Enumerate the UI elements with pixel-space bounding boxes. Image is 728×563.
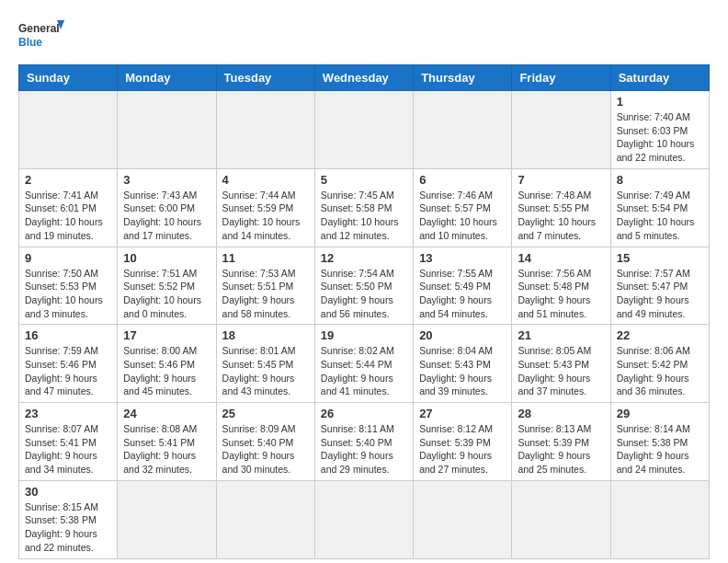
- calendar-day-cell: [610, 480, 709, 558]
- calendar-day-cell: 16Sunrise: 7:59 AM Sunset: 5:46 PM Dayli…: [19, 325, 118, 403]
- day-info: Sunrise: 7:59 AM Sunset: 5:46 PM Dayligh…: [25, 344, 111, 398]
- calendar-day-cell: 5Sunrise: 7:45 AM Sunset: 5:58 PM Daylig…: [314, 168, 413, 247]
- svg-text:General: General: [18, 22, 60, 35]
- day-info: Sunrise: 7:56 AM Sunset: 5:48 PM Dayligh…: [518, 267, 604, 321]
- day-number: 18: [222, 328, 309, 342]
- calendar-day-cell: 21Sunrise: 8:05 AM Sunset: 5:43 PM Dayli…: [512, 325, 610, 403]
- day-number: 4: [222, 173, 309, 187]
- day-info: Sunrise: 8:01 AM Sunset: 5:45 PM Dayligh…: [222, 344, 309, 398]
- calendar-day-cell: 23Sunrise: 8:07 AM Sunset: 5:41 PM Dayli…: [19, 403, 118, 481]
- weekday-header-cell: Thursday: [414, 65, 512, 91]
- calendar-day-cell: [216, 480, 314, 558]
- day-info: Sunrise: 8:00 AM Sunset: 5:46 PM Dayligh…: [123, 344, 210, 398]
- day-number: 14: [518, 251, 604, 265]
- calendar-day-cell: 3Sunrise: 7:43 AM Sunset: 6:00 PM Daylig…: [118, 168, 216, 247]
- calendar-day-cell: [118, 480, 216, 558]
- day-info: Sunrise: 8:09 AM Sunset: 5:40 PM Dayligh…: [222, 422, 309, 477]
- day-number: 15: [617, 251, 703, 265]
- calendar-day-cell: [414, 480, 512, 558]
- calendar-day-cell: 2Sunrise: 7:41 AM Sunset: 6:01 PM Daylig…: [19, 168, 118, 247]
- day-number: 7: [518, 173, 604, 187]
- day-number: 2: [25, 173, 111, 187]
- day-number: 30: [25, 485, 111, 499]
- day-number: 6: [419, 173, 506, 187]
- calendar-day-cell: 18Sunrise: 8:01 AM Sunset: 5:45 PM Dayli…: [216, 325, 314, 403]
- calendar-day-cell: 1Sunrise: 7:40 AM Sunset: 6:03 PM Daylig…: [610, 91, 709, 169]
- day-info: Sunrise: 8:11 AM Sunset: 5:40 PM Dayligh…: [321, 422, 407, 477]
- calendar-day-cell: [314, 91, 413, 169]
- calendar-day-cell: 11Sunrise: 7:53 AM Sunset: 5:51 PM Dayli…: [216, 247, 314, 325]
- weekday-header-cell: Sunday: [19, 65, 118, 91]
- day-info: Sunrise: 8:02 AM Sunset: 5:44 PM Dayligh…: [321, 344, 407, 398]
- day-info: Sunrise: 8:08 AM Sunset: 5:41 PM Dayligh…: [123, 422, 210, 477]
- day-info: Sunrise: 7:51 AM Sunset: 5:52 PM Dayligh…: [123, 267, 210, 321]
- calendar-day-cell: [118, 91, 216, 169]
- day-info: Sunrise: 7:54 AM Sunset: 5:50 PM Dayligh…: [321, 267, 407, 321]
- day-number: 21: [518, 328, 604, 342]
- calendar-day-cell: 30Sunrise: 8:15 AM Sunset: 5:38 PM Dayli…: [19, 480, 118, 558]
- weekday-header: SundayMondayTuesdayWednesdayThursdayFrid…: [19, 65, 710, 91]
- weekday-header-cell: Monday: [118, 65, 216, 91]
- day-number: 1: [617, 95, 703, 109]
- day-info: Sunrise: 8:13 AM Sunset: 5:39 PM Dayligh…: [518, 422, 604, 477]
- day-info: Sunrise: 8:07 AM Sunset: 5:41 PM Dayligh…: [25, 422, 111, 477]
- calendar-day-cell: [512, 91, 610, 169]
- day-info: Sunrise: 7:53 AM Sunset: 5:51 PM Dayligh…: [222, 267, 309, 321]
- calendar-day-cell: 26Sunrise: 8:11 AM Sunset: 5:40 PM Dayli…: [314, 403, 413, 481]
- day-number: 9: [25, 251, 111, 265]
- calendar-day-cell: 24Sunrise: 8:08 AM Sunset: 5:41 PM Dayli…: [118, 403, 216, 481]
- day-number: 20: [419, 328, 506, 342]
- calendar-week-row: 16Sunrise: 7:59 AM Sunset: 5:46 PM Dayli…: [19, 325, 710, 403]
- day-info: Sunrise: 7:57 AM Sunset: 5:47 PM Dayligh…: [617, 267, 703, 321]
- calendar-day-cell: 25Sunrise: 8:09 AM Sunset: 5:40 PM Dayli…: [216, 403, 314, 481]
- day-info: Sunrise: 8:06 AM Sunset: 5:42 PM Dayligh…: [617, 344, 703, 398]
- day-info: Sunrise: 8:04 AM Sunset: 5:43 PM Dayligh…: [419, 344, 506, 398]
- day-info: Sunrise: 8:14 AM Sunset: 5:38 PM Dayligh…: [617, 422, 703, 477]
- calendar-body: 1Sunrise: 7:40 AM Sunset: 6:03 PM Daylig…: [19, 91, 710, 559]
- calendar-week-row: 23Sunrise: 8:07 AM Sunset: 5:41 PM Dayli…: [19, 403, 710, 481]
- weekday-header-cell: Wednesday: [314, 65, 413, 91]
- svg-text:Blue: Blue: [18, 36, 42, 49]
- logo: General Blue: [18, 18, 64, 55]
- calendar-day-cell: 7Sunrise: 7:48 AM Sunset: 5:55 PM Daylig…: [512, 168, 610, 247]
- day-info: Sunrise: 7:50 AM Sunset: 5:53 PM Dayligh…: [25, 267, 111, 321]
- day-number: 5: [321, 173, 407, 187]
- calendar-day-cell: 4Sunrise: 7:44 AM Sunset: 5:59 PM Daylig…: [216, 168, 314, 247]
- calendar-week-row: 30Sunrise: 8:15 AM Sunset: 5:38 PM Dayli…: [19, 480, 710, 558]
- calendar-day-cell: 29Sunrise: 8:14 AM Sunset: 5:38 PM Dayli…: [610, 403, 709, 481]
- day-number: 29: [617, 407, 703, 420]
- day-number: 25: [222, 407, 309, 420]
- calendar-day-cell: 6Sunrise: 7:46 AM Sunset: 5:57 PM Daylig…: [414, 168, 512, 247]
- calendar-day-cell: 22Sunrise: 8:06 AM Sunset: 5:42 PM Dayli…: [610, 325, 709, 403]
- day-info: Sunrise: 7:49 AM Sunset: 5:54 PM Dayligh…: [617, 189, 703, 243]
- day-number: 27: [419, 407, 506, 420]
- weekday-header-cell: Friday: [512, 65, 610, 91]
- day-info: Sunrise: 8:15 AM Sunset: 5:38 PM Dayligh…: [25, 500, 111, 555]
- calendar-day-cell: 12Sunrise: 7:54 AM Sunset: 5:50 PM Dayli…: [314, 247, 413, 325]
- calendar-day-cell: 27Sunrise: 8:12 AM Sunset: 5:39 PM Dayli…: [414, 403, 512, 481]
- calendar-day-cell: 20Sunrise: 8:04 AM Sunset: 5:43 PM Dayli…: [414, 325, 512, 403]
- calendar-day-cell: 19Sunrise: 8:02 AM Sunset: 5:44 PM Dayli…: [314, 325, 413, 403]
- day-number: 28: [518, 407, 604, 420]
- logo-svg: General Blue: [18, 18, 64, 55]
- day-info: Sunrise: 7:43 AM Sunset: 6:00 PM Dayligh…: [123, 189, 210, 243]
- day-number: 8: [617, 173, 703, 187]
- day-info: Sunrise: 7:55 AM Sunset: 5:49 PM Dayligh…: [419, 267, 506, 321]
- calendar: SundayMondayTuesdayWednesdayThursdayFrid…: [18, 64, 710, 559]
- calendar-day-cell: [314, 480, 413, 558]
- calendar-week-row: 1Sunrise: 7:40 AM Sunset: 6:03 PM Daylig…: [19, 91, 710, 169]
- calendar-day-cell: 8Sunrise: 7:49 AM Sunset: 5:54 PM Daylig…: [610, 168, 709, 247]
- day-number: 24: [123, 407, 210, 420]
- calendar-week-row: 9Sunrise: 7:50 AM Sunset: 5:53 PM Daylig…: [19, 247, 710, 325]
- day-info: Sunrise: 7:44 AM Sunset: 5:59 PM Dayligh…: [222, 189, 309, 243]
- calendar-day-cell: 9Sunrise: 7:50 AM Sunset: 5:53 PM Daylig…: [19, 247, 118, 325]
- day-number: 23: [25, 407, 111, 420]
- calendar-week-row: 2Sunrise: 7:41 AM Sunset: 6:01 PM Daylig…: [19, 168, 710, 247]
- day-info: Sunrise: 8:12 AM Sunset: 5:39 PM Dayligh…: [419, 422, 506, 477]
- day-info: Sunrise: 7:46 AM Sunset: 5:57 PM Dayligh…: [419, 189, 506, 243]
- calendar-day-cell: 17Sunrise: 8:00 AM Sunset: 5:46 PM Dayli…: [118, 325, 216, 403]
- day-number: 10: [123, 251, 210, 265]
- day-number: 12: [321, 251, 407, 265]
- day-info: Sunrise: 7:41 AM Sunset: 6:01 PM Dayligh…: [25, 189, 111, 243]
- calendar-day-cell: [512, 480, 610, 558]
